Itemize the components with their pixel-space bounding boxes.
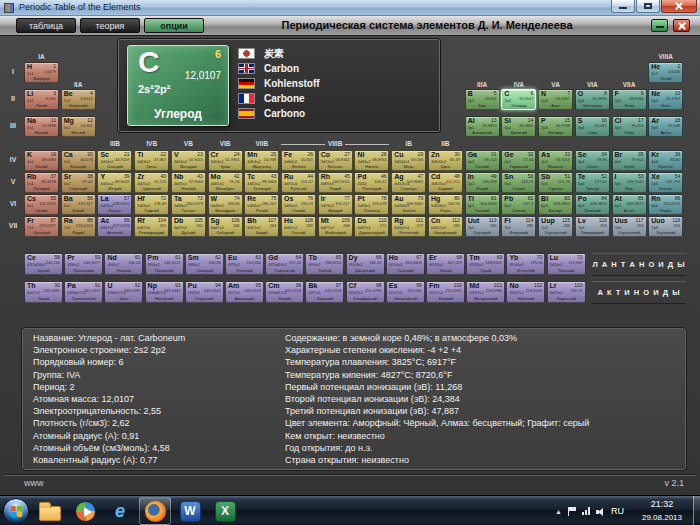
start-button[interactable]: [3, 498, 29, 524]
element-B[interactable]: B510,8112p1Бор: [465, 89, 500, 110]
element-Ga[interactable]: Ga3169,7234p1Галлий: [465, 150, 500, 171]
element-Ra[interactable]: Ra88226,02547s2Радий: [61, 216, 96, 237]
action-center-icon[interactable]: [568, 507, 576, 516]
element-Cu[interactable]: Cu2963,5463d104s1Медь: [391, 150, 426, 171]
element-Lr[interactable]: Lr103262,116d17s2Лоуренсий: [547, 281, 586, 303]
element-Ne[interactable]: Ne1020,17972p6Неон: [648, 89, 683, 110]
element-Co[interactable]: Co2758,93323d74s2Кобальт: [318, 150, 353, 171]
element-Re[interactable]: Re75186,2075d56s2Рений: [244, 194, 279, 215]
element-Er[interactable]: Er68167,2594f126s2Эрбий: [426, 253, 465, 275]
element-Tl[interactable]: Tl81204,38336p1Таллий: [465, 194, 500, 215]
element-Fe[interactable]: Fe2655,8453d64s2Железо: [281, 150, 316, 171]
element-Ir[interactable]: Ir77192,2175d76s2Иридий: [318, 194, 353, 215]
element-Cl[interactable]: Cl1735,4533p5Хлор: [612, 116, 647, 137]
element-In[interactable]: In49114,8185p1Индий: [465, 172, 500, 193]
element-F[interactable]: F918,99842p5Фтор: [612, 89, 647, 110]
taskbar-app-firefox[interactable]: [139, 497, 171, 525]
element-At[interactable]: At85209,98716p5Астат: [612, 194, 647, 215]
element-Rg[interactable]: Rg1112726d107s1Рентгений: [391, 216, 426, 237]
close-button[interactable]: [661, 0, 697, 13]
element-Br[interactable]: Br3579,9044p5Бром: [612, 150, 647, 171]
element-Uut[interactable]: Uut1132847p1Унунтрий: [465, 216, 500, 237]
tray-expand-icon[interactable]: ▲: [555, 508, 562, 515]
taskbar-app-folder[interactable]: [34, 497, 66, 525]
element-Uup[interactable]: Uup1152887p3Унунпентий: [538, 216, 573, 237]
taskbar-app-word[interactable]: W: [174, 497, 206, 525]
element-Cd[interactable]: Cd48112,4114d105s2Кадмий: [428, 172, 463, 193]
element-Ti[interactable]: Ti2247,8673d24s2Титан: [134, 150, 169, 171]
element-Al[interactable]: Al1326,98153p1Алюминий: [465, 116, 500, 137]
tab-table[interactable]: таблица: [16, 18, 76, 33]
element-Pr[interactable]: Pr59140,90774f36s2Празеодим: [64, 253, 103, 275]
element-U[interactable]: U92238,02895f36d17s2Уран: [104, 281, 143, 303]
app-close-button[interactable]: [673, 19, 690, 32]
element-Ce[interactable]: Ce58140,1164f15d16s2Церий: [24, 253, 63, 275]
element-Cn[interactable]: Cn1122856d107s2Коперниций: [428, 216, 463, 237]
minimize-button[interactable]: [611, 0, 635, 13]
element-I[interactable]: I53126,90455p5Иод: [612, 172, 647, 193]
element-Rf[interactable]: Rf1042616d27s2Резерфордий: [134, 216, 169, 237]
element-S[interactable]: S1632,0653p4Сера: [575, 116, 610, 137]
element-Bi[interactable]: Bi83208,98046p3Висмут: [538, 194, 573, 215]
show-desktop-button[interactable]: [693, 496, 700, 525]
element-Pu[interactable]: Pu94244,06425f67s2Плутоний: [185, 281, 224, 303]
element-Nb[interactable]: Nb4192,90644d45s1Ниобий: [171, 172, 206, 193]
element-Rb[interactable]: Rb3785,46785s1Рубидий: [24, 172, 59, 193]
element-La[interactable]: La57138,90555d16s2Лантан: [97, 194, 132, 215]
element-Ni[interactable]: Ni2858,69343d84s2Никель: [354, 150, 389, 171]
element-Po[interactable]: Po84208,98246p4Полоний: [575, 194, 610, 215]
element-Tb[interactable]: Tb65158,92534f96s2Тербий: [305, 253, 344, 275]
element-Pa[interactable]: Pa91231,03595f26d17s2Протактиний: [64, 281, 103, 303]
element-Pb[interactable]: Pb82207,26p2Свинец: [501, 194, 536, 215]
element-Rh[interactable]: Rh45102,90554d85s1Родий: [318, 172, 353, 193]
element-Ge[interactable]: Ge3272,644p2Германий: [501, 150, 536, 171]
element-Mo[interactable]: Mo4295,944d55s1Молибден: [208, 172, 243, 193]
element-Yb[interactable]: Yb70173,044f146s2Иттербий: [506, 253, 545, 275]
element-Th[interactable]: Th90232,03816d27s2Торий: [24, 281, 63, 303]
maximize-button[interactable]: [636, 0, 660, 13]
element-Be[interactable]: Be49,01222s2Бериллий: [61, 89, 96, 110]
element-Eu[interactable]: Eu63151,9644f76s2Европий: [225, 253, 264, 275]
element-Sm[interactable]: Sm62150,364f66s2Самарий: [185, 253, 224, 275]
element-Hg[interactable]: Hg80200,595d106s2Ртуть: [428, 194, 463, 215]
element-Sc[interactable]: Sc2144,95593d14s2Скандий: [97, 150, 132, 171]
element-Uuo[interactable]: Uuo1182947p6Унуноктий: [648, 216, 683, 237]
element-Sb[interactable]: Sb51121,765p3Сурьма: [538, 172, 573, 193]
element-Cr[interactable]: Cr2451,99613d54s1Хром: [208, 150, 243, 171]
taskbar-app-media-player[interactable]: [69, 497, 101, 525]
element-Ds[interactable]: Ds1102716d97s1Дармштадтий: [354, 216, 389, 237]
element-Uus[interactable]: Uus1172947p5Унунсептий: [612, 216, 647, 237]
tab-options[interactable]: опции: [144, 18, 204, 33]
element-Si[interactable]: Si1428,08553p2Кремний: [501, 116, 536, 137]
element-Bk[interactable]: Bk97247,07035f97s2Берклий: [305, 281, 344, 303]
element-Db[interactable]: Db1052626d37s2Дубний: [171, 216, 206, 237]
element-O[interactable]: O815,99942p4Кислород: [575, 89, 610, 110]
element-No[interactable]: No102259,10095f147s2Нобелий: [506, 281, 545, 303]
element-Pm[interactable]: Pm61144,91274f56s2Прометий: [145, 253, 184, 275]
taskbar-clock[interactable]: 21:32 29.08.2013: [634, 498, 690, 524]
element-Hs[interactable]: Hs1082696d67s2Хассий: [281, 216, 316, 237]
element-Zn[interactable]: Zn3065,393d104s2Цинк: [428, 150, 463, 171]
element-Y[interactable]: Y3988,90594d15s2Иттрий: [97, 172, 132, 193]
element-V[interactable]: V2350,94153d34s2Ванадий: [171, 150, 206, 171]
element-Os[interactable]: Os76190,235d66s2Осмий: [281, 194, 316, 215]
network-icon[interactable]: [582, 507, 590, 515]
element-Tc[interactable]: Tc4398,90634d55s2Технеций: [244, 172, 279, 193]
element-Ag[interactable]: Ag47107,86824d105s1Серебро: [391, 172, 426, 193]
element-As[interactable]: As3374,92164p3Мышьяк: [538, 150, 573, 171]
element-N[interactable]: N714,00672p3Азот: [538, 89, 573, 110]
element-Ca[interactable]: Ca2040,0784s2Кальций: [61, 150, 96, 171]
element-Na[interactable]: Na1122,98983s1Натрий: [24, 116, 59, 137]
element-P[interactable]: P1530,97383p3Фосфор: [538, 116, 573, 137]
element-Ac[interactable]: Ac89227,02786d17s2Актиний: [97, 216, 132, 237]
element-Tm[interactable]: Tm69168,93424f136s2Тулий: [466, 253, 505, 275]
element-Mg[interactable]: Mg1224,3053s2Магний: [61, 116, 96, 137]
tab-theory[interactable]: теория: [80, 18, 140, 33]
element-Se[interactable]: Se3478,964p4Селен: [575, 150, 610, 171]
element-Ar[interactable]: Ar1839,9483p6Аргон: [648, 116, 683, 137]
element-Np[interactable]: Np93237,04825f46d17s2Нептуний: [145, 281, 184, 303]
element-Ta[interactable]: Ta73180,94795d36s2Тантал: [171, 194, 206, 215]
element-Kr[interactable]: Kr3683,804p6Криптон: [648, 150, 683, 171]
element-Au[interactable]: Au79196,96655d106s1Золото: [391, 194, 426, 215]
element-Ho[interactable]: Ho67164,93034f116s2Гольмий: [386, 253, 425, 275]
